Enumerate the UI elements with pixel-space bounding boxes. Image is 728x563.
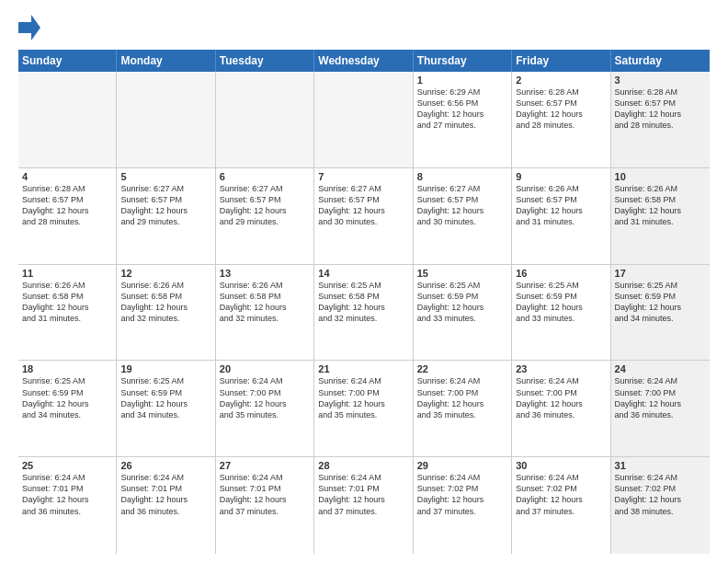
cell-content: Sunrise: 6:26 AM Sunset: 6:58 PM Dayligh… xyxy=(120,280,210,325)
calendar-cell: 25Sunrise: 6:24 AM Sunset: 7:01 PM Dayli… xyxy=(18,457,117,554)
calendar-cell: 30Sunrise: 6:24 AM Sunset: 7:02 PM Dayli… xyxy=(512,457,610,554)
calendar-body: 1Sunrise: 6:29 AM Sunset: 6:56 PM Daylig… xyxy=(18,72,710,554)
calendar-cell: 1Sunrise: 6:29 AM Sunset: 6:56 PM Daylig… xyxy=(414,72,512,167)
calendar-cell: 11Sunrise: 6:26 AM Sunset: 6:58 PM Dayli… xyxy=(18,265,117,361)
day-number: 23 xyxy=(516,363,606,374)
cell-content: Sunrise: 6:26 AM Sunset: 6:58 PM Dayligh… xyxy=(615,183,706,228)
cell-content: Sunrise: 6:28 AM Sunset: 6:57 PM Dayligh… xyxy=(516,86,606,132)
day-number: 2 xyxy=(516,75,606,86)
cell-content: Sunrise: 6:24 AM Sunset: 7:02 PM Dayligh… xyxy=(615,472,706,517)
calendar-cell: 4Sunrise: 6:28 AM Sunset: 6:57 PM Daylig… xyxy=(18,168,117,264)
calendar-cell: 22Sunrise: 6:24 AM Sunset: 7:00 PM Dayli… xyxy=(414,361,512,456)
calendar-cell: 26Sunrise: 6:24 AM Sunset: 7:01 PM Dayli… xyxy=(117,457,215,554)
day-number: 6 xyxy=(220,171,310,182)
calendar-row: 4Sunrise: 6:28 AM Sunset: 6:57 PM Daylig… xyxy=(18,168,710,265)
cell-content: Sunrise: 6:26 AM Sunset: 6:58 PM Dayligh… xyxy=(22,280,112,325)
calendar-row: 1Sunrise: 6:29 AM Sunset: 6:56 PM Daylig… xyxy=(18,72,710,168)
day-number: 20 xyxy=(220,363,310,374)
calendar-cell xyxy=(216,72,314,167)
day-number: 26 xyxy=(120,460,210,471)
day-number: 9 xyxy=(516,171,606,182)
calendar-cell: 31Sunrise: 6:24 AM Sunset: 7:02 PM Dayli… xyxy=(611,457,710,554)
logo-icon xyxy=(18,15,40,40)
header-day-wednesday: Wednesday xyxy=(314,50,413,72)
calendar-cell: 29Sunrise: 6:24 AM Sunset: 7:02 PM Dayli… xyxy=(414,457,512,554)
cell-content: Sunrise: 6:24 AM Sunset: 7:01 PM Dayligh… xyxy=(22,472,112,517)
calendar: SundayMondayTuesdayWednesdayThursdayFrid… xyxy=(18,50,710,554)
cell-content: Sunrise: 6:24 AM Sunset: 7:01 PM Dayligh… xyxy=(318,472,408,517)
calendar-cell: 19Sunrise: 6:25 AM Sunset: 6:59 PM Dayli… xyxy=(117,361,215,456)
calendar-cell xyxy=(117,72,215,167)
day-number: 13 xyxy=(220,268,310,279)
calendar-cell: 20Sunrise: 6:24 AM Sunset: 7:00 PM Dayli… xyxy=(216,361,314,456)
cell-content: Sunrise: 6:27 AM Sunset: 6:57 PM Dayligh… xyxy=(318,183,408,228)
calendar-cell: 2Sunrise: 6:28 AM Sunset: 6:57 PM Daylig… xyxy=(512,72,610,167)
cell-content: Sunrise: 6:24 AM Sunset: 7:01 PM Dayligh… xyxy=(120,472,210,517)
calendar-cell: 17Sunrise: 6:25 AM Sunset: 6:59 PM Dayli… xyxy=(611,265,710,361)
day-number: 28 xyxy=(318,460,408,471)
day-number: 15 xyxy=(417,268,507,279)
day-number: 1 xyxy=(417,75,507,86)
day-number: 31 xyxy=(615,460,706,471)
header-day-tuesday: Tuesday xyxy=(216,50,314,72)
cell-content: Sunrise: 6:28 AM Sunset: 6:57 PM Dayligh… xyxy=(615,86,706,132)
calendar-cell: 21Sunrise: 6:24 AM Sunset: 7:00 PM Dayli… xyxy=(314,361,413,456)
day-number: 25 xyxy=(22,460,112,471)
calendar-cell: 7Sunrise: 6:27 AM Sunset: 6:57 PM Daylig… xyxy=(314,168,413,264)
day-number: 7 xyxy=(318,171,408,182)
day-number: 3 xyxy=(615,75,706,86)
calendar-cell: 28Sunrise: 6:24 AM Sunset: 7:01 PM Dayli… xyxy=(314,457,413,554)
calendar-cell: 13Sunrise: 6:26 AM Sunset: 6:58 PM Dayli… xyxy=(216,265,314,361)
day-number: 10 xyxy=(615,171,706,182)
header-day-sunday: Sunday xyxy=(18,50,117,72)
day-number: 30 xyxy=(516,460,606,471)
calendar-row: 25Sunrise: 6:24 AM Sunset: 7:01 PM Dayli… xyxy=(18,457,710,554)
cell-content: Sunrise: 6:25 AM Sunset: 6:59 PM Dayligh… xyxy=(22,375,112,420)
header-day-friday: Friday xyxy=(512,50,610,72)
calendar-cell xyxy=(314,72,413,167)
calendar-cell: 3Sunrise: 6:28 AM Sunset: 6:57 PM Daylig… xyxy=(611,72,710,167)
calendar-cell: 12Sunrise: 6:26 AM Sunset: 6:58 PM Dayli… xyxy=(117,265,215,361)
calendar-cell: 6Sunrise: 6:27 AM Sunset: 6:57 PM Daylig… xyxy=(216,168,314,264)
day-number: 27 xyxy=(220,460,310,471)
calendar-cell: 16Sunrise: 6:25 AM Sunset: 6:59 PM Dayli… xyxy=(512,265,610,361)
calendar-cell: 14Sunrise: 6:25 AM Sunset: 6:58 PM Dayli… xyxy=(314,265,413,361)
cell-content: Sunrise: 6:25 AM Sunset: 6:59 PM Dayligh… xyxy=(516,280,606,325)
cell-content: Sunrise: 6:24 AM Sunset: 7:00 PM Dayligh… xyxy=(220,375,310,420)
cell-content: Sunrise: 6:24 AM Sunset: 7:00 PM Dayligh… xyxy=(417,375,507,420)
cell-content: Sunrise: 6:25 AM Sunset: 6:59 PM Dayligh… xyxy=(615,280,706,325)
cell-content: Sunrise: 6:24 AM Sunset: 7:00 PM Dayligh… xyxy=(615,375,706,420)
logo xyxy=(18,15,42,40)
header xyxy=(18,15,710,40)
cell-content: Sunrise: 6:24 AM Sunset: 7:02 PM Dayligh… xyxy=(417,472,507,517)
cell-content: Sunrise: 6:29 AM Sunset: 6:56 PM Dayligh… xyxy=(417,86,507,132)
calendar-cell: 9Sunrise: 6:26 AM Sunset: 6:57 PM Daylig… xyxy=(512,168,610,264)
day-number: 8 xyxy=(417,171,507,182)
day-number: 16 xyxy=(516,268,606,279)
day-number: 14 xyxy=(318,268,408,279)
page: SundayMondayTuesdayWednesdayThursdayFrid… xyxy=(0,0,728,563)
calendar-cell: 18Sunrise: 6:25 AM Sunset: 6:59 PM Dayli… xyxy=(18,361,117,456)
svg-marker-0 xyxy=(18,15,40,40)
cell-content: Sunrise: 6:27 AM Sunset: 6:57 PM Dayligh… xyxy=(120,183,210,228)
day-number: 5 xyxy=(120,171,210,182)
calendar-cell: 5Sunrise: 6:27 AM Sunset: 6:57 PM Daylig… xyxy=(117,168,215,264)
day-number: 19 xyxy=(120,363,210,374)
day-number: 4 xyxy=(22,171,112,182)
calendar-row: 11Sunrise: 6:26 AM Sunset: 6:58 PM Dayli… xyxy=(18,265,710,362)
cell-content: Sunrise: 6:25 AM Sunset: 6:59 PM Dayligh… xyxy=(417,280,507,325)
day-number: 22 xyxy=(417,363,507,374)
day-number: 24 xyxy=(615,363,706,374)
day-number: 12 xyxy=(120,268,210,279)
cell-content: Sunrise: 6:24 AM Sunset: 7:01 PM Dayligh… xyxy=(220,472,310,517)
header-day-saturday: Saturday xyxy=(611,50,710,72)
cell-content: Sunrise: 6:28 AM Sunset: 6:57 PM Dayligh… xyxy=(22,183,112,228)
calendar-cell: 15Sunrise: 6:25 AM Sunset: 6:59 PM Dayli… xyxy=(414,265,512,361)
calendar-cell: 24Sunrise: 6:24 AM Sunset: 7:00 PM Dayli… xyxy=(611,361,710,456)
cell-content: Sunrise: 6:24 AM Sunset: 7:02 PM Dayligh… xyxy=(516,472,606,517)
cell-content: Sunrise: 6:24 AM Sunset: 7:00 PM Dayligh… xyxy=(318,375,408,420)
calendar-cell: 10Sunrise: 6:26 AM Sunset: 6:58 PM Dayli… xyxy=(611,168,710,264)
header-day-monday: Monday xyxy=(117,50,215,72)
day-number: 17 xyxy=(615,268,706,279)
cell-content: Sunrise: 6:24 AM Sunset: 7:00 PM Dayligh… xyxy=(516,375,606,420)
